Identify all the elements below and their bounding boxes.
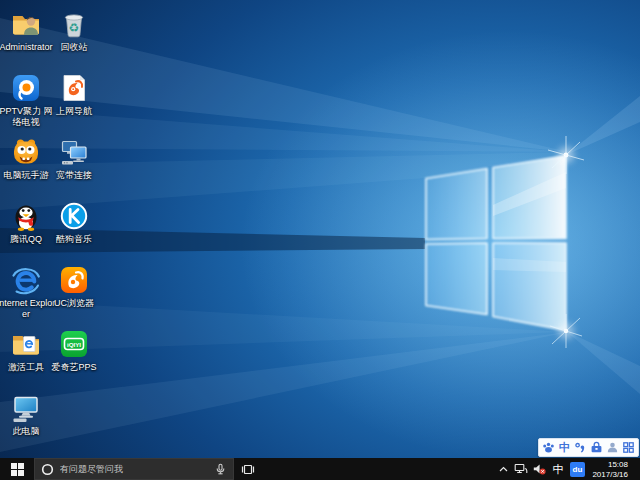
start-button[interactable] — [0, 458, 34, 480]
qq-icon — [10, 200, 42, 232]
windows-logo-icon — [11, 463, 24, 476]
microphone-icon[interactable] — [214, 463, 227, 476]
desktop-icon-iqiyi-pps[interactable]: iQIYI 爱奇艺PPS — [42, 328, 106, 373]
game-monster-icon — [10, 136, 42, 168]
search-input[interactable] — [60, 464, 214, 474]
activation-tool-icon — [10, 328, 42, 360]
web-nav-icon — [58, 72, 90, 104]
taskbar: 中 du 15:08 2017/3/16 — [0, 458, 640, 480]
desktop-icon-label: UC浏览器 — [44, 298, 104, 309]
ime-mode-indicator[interactable]: 中 — [549, 458, 566, 480]
volume-muted-icon[interactable] — [531, 458, 547, 480]
desktop-icon-broadband[interactable]: 宽带连接 — [42, 136, 106, 181]
user-icon[interactable] — [606, 440, 620, 455]
ie-icon — [10, 264, 42, 296]
system-tray: 中 du 15:08 2017/3/16 — [495, 458, 640, 480]
ime-language-bar: 中 — [538, 438, 639, 457]
clock-time: 15:08 — [592, 460, 628, 470]
recycle-bin-icon: ♻ — [58, 8, 90, 40]
desktop-icon-label: 宽带连接 — [44, 170, 104, 181]
taskbar-clock[interactable]: 15:08 2017/3/16 — [588, 459, 632, 480]
broadband-icon — [58, 136, 90, 168]
svg-text:♻: ♻ — [69, 21, 80, 35]
desktop-icon-kugou[interactable]: 酷狗音乐 — [42, 200, 106, 245]
taskbar-empty-area — [262, 458, 495, 480]
pptv-icon — [10, 72, 42, 104]
desktop-icon-label: 此电脑 — [0, 426, 56, 437]
desktop-icon-web-nav[interactable]: 上网导航 — [42, 72, 106, 117]
grid-menu-icon[interactable] — [622, 440, 636, 455]
desktop-icon-label: 爱奇艺PPS — [44, 362, 104, 373]
taskbar-search[interactable] — [34, 458, 234, 480]
tray-chevron-up-icon[interactable] — [495, 458, 511, 480]
this-pc-icon — [10, 392, 42, 424]
desktop: Administrator ♻ 回收站 PPTV聚力 网络电视 上网导航 — [0, 0, 640, 480]
desktop-icon-recycle-bin[interactable]: ♻ 回收站 — [42, 8, 106, 53]
toolbox-icon[interactable] — [590, 440, 604, 455]
network-icon[interactable] — [513, 458, 529, 480]
punctuation-icon[interactable] — [573, 440, 587, 455]
cortana-icon — [41, 463, 54, 476]
desktop-icon-this-pc[interactable]: 此电脑 — [0, 392, 58, 437]
svg-text:iQIYI: iQIYI — [67, 341, 81, 348]
ime-chinese-mode[interactable]: 中 — [557, 440, 571, 455]
administrator-icon — [10, 8, 42, 40]
uc-browser-icon — [58, 264, 90, 296]
iqiyi-pps-icon: iQIYI — [58, 328, 90, 360]
baidu-ime-tray-icon[interactable]: du — [568, 458, 586, 480]
desktop-icon-label: 上网导航 — [44, 106, 104, 117]
desktop-icon-uc-browser[interactable]: UC浏览器 — [42, 264, 106, 309]
desktop-icon-label: 回收站 — [44, 42, 104, 53]
kugou-icon — [58, 200, 90, 232]
clock-date: 2017/3/16 — [592, 470, 628, 480]
baidu-paw-icon[interactable] — [541, 440, 555, 455]
task-view-button[interactable] — [234, 458, 262, 480]
desktop-icon-label: 酷狗音乐 — [44, 234, 104, 245]
